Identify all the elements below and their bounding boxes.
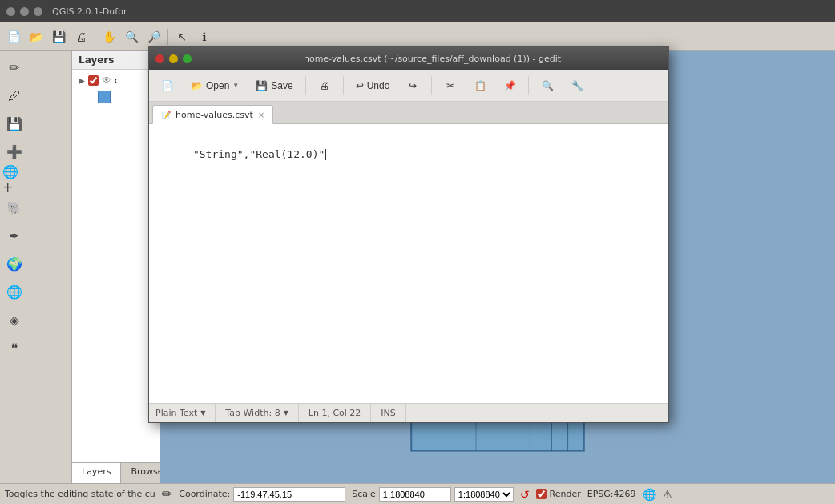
gedit-save-button[interactable]: 💾 Save (248, 73, 300, 99)
layers-content: ▶ 👁 c (72, 70, 160, 462)
open-dropdown-arrow: ▼ (232, 82, 239, 89)
gedit-sep-3 (431, 76, 432, 95)
pan-button[interactable]: ✋ (99, 26, 119, 47)
undo-icon: ↩ (356, 80, 364, 91)
save-project-button[interactable]: 💾 (48, 26, 69, 47)
gedit-paste-button[interactable]: 📌 (496, 73, 523, 99)
render-label: Render (550, 489, 581, 499)
gedit-maximize-button[interactable] (183, 54, 192, 63)
qgis-titlebar: QGIS 2.0.1-Dufor (0, 0, 835, 22)
editor-content: "String","Real(12.0)" (193, 148, 325, 160)
layer-extra-icon: 👁 (102, 75, 111, 86)
coordinate-label: Coordinate: (179, 489, 230, 499)
add-wms-tool[interactable]: 🌐+ (2, 167, 27, 192)
tab-filename: home-values.csvt (175, 110, 253, 120)
gedit-sep-1 (305, 76, 306, 95)
save-label: Save (271, 80, 292, 91)
db-tool[interactable]: 🐘 (2, 195, 27, 220)
gedit-window: home-values.csvt (~/source_files/aff_dow… (148, 46, 669, 423)
layer-arrow-icon: ▶ (79, 76, 85, 85)
open-project-button[interactable]: 📂 (26, 26, 46, 47)
plain-text-section[interactable]: Plain Text ▼ (155, 404, 216, 422)
qgis-close-dot[interactable] (6, 7, 15, 16)
gedit-editor[interactable]: "String","Real(12.0)" (149, 124, 668, 403)
digitize-tool[interactable]: ✏️ (2, 54, 27, 80)
gedit-titlebar: home-values.csvt (~/source_files/aff_dow… (149, 47, 668, 70)
epsg-label: EPSG:4269 (587, 489, 636, 499)
panel-tabs: Layers Browser (72, 462, 160, 483)
globe2-tool[interactable]: 🌐 (2, 279, 27, 304)
layers-header: Layers (72, 51, 160, 70)
field-tool[interactable]: ✒️ (2, 223, 27, 248)
coordinate-input[interactable]: -119.47,45.15 (233, 487, 345, 502)
qgis-maximize-dot[interactable] (34, 7, 42, 16)
plain-text-arrow: ▼ (200, 409, 205, 417)
tab-width-label: Tab Width: 8 (225, 408, 280, 418)
open-label: Open (206, 80, 229, 91)
warning-icon[interactable]: ⚠ (663, 488, 673, 501)
position-label: Ln 1, Col 22 (309, 408, 361, 418)
edit-tool[interactable]: 🖊 (2, 83, 27, 108)
new-file-button[interactable]: 📄 (3, 26, 24, 47)
globe-tool[interactable]: 🌍 (2, 251, 27, 276)
gedit-sep-4 (528, 76, 529, 95)
toggle-edit-icon[interactable]: ✏ (162, 486, 172, 502)
gedit-statusbar: Plain Text ▼ Tab Width: 8 ▼ Ln 1, Col 22… (149, 403, 668, 422)
gedit-cut-button[interactable]: ✂ (437, 73, 464, 99)
print-button[interactable]: 🖨 (71, 26, 91, 47)
save-icon: 💾 (256, 80, 268, 91)
gedit-find-button[interactable]: 🔍 (534, 73, 561, 99)
select-button[interactable]: ↖ (171, 26, 192, 47)
qgis-layers-panel: Layers ▶ 👁 c Layers Browser (72, 51, 160, 483)
gedit-print-button[interactable]: 🖨 (311, 73, 338, 99)
vector-tool[interactable]: ◈ (2, 307, 27, 333)
layers-tab[interactable]: Layers (72, 463, 121, 483)
layer-visibility-checkbox[interactable] (88, 75, 99, 86)
gedit-close-button[interactable] (155, 54, 164, 63)
toolbar-sep-1 (95, 29, 95, 45)
gedit-new-button[interactable]: 📄 (154, 73, 181, 99)
plain-text-label: Plain Text (155, 408, 197, 418)
scale-input[interactable]: 1:1808840 (379, 487, 451, 502)
scale-label: Scale (352, 489, 376, 499)
scale-item: Scale 1:1808840 1:1808840 (352, 487, 514, 502)
gedit-undo-button[interactable]: ↩ Undo (349, 73, 397, 99)
qgis-statusbar: Toggles the editing state of the cu ✏ Co… (0, 483, 835, 504)
rotation-icon[interactable]: ↺ (520, 488, 530, 501)
tab-width-arrow: ▼ (284, 409, 288, 417)
text-cursor (325, 148, 326, 160)
tab-file-icon: 📝 (161, 111, 171, 119)
gedit-open-button[interactable]: 📂 Open ▼ (184, 73, 246, 99)
render-item: Render (536, 489, 581, 499)
editor-line-1: "String","Real(12.0)" (155, 131, 662, 178)
crs-icon[interactable]: 🌐 (643, 488, 656, 501)
position-section: Ln 1, Col 22 (299, 404, 372, 422)
gedit-redo-button[interactable]: ↪ (399, 73, 426, 99)
layer-name: c (115, 75, 119, 86)
add-feature-tool[interactable]: ➕ (2, 139, 27, 164)
layer-item: ▶ 👁 c (75, 73, 157, 87)
qgis-left-sidebar: ✏️ 🖊 💾 ➕ 🌐+ 🐘 ✒️ 🌍 🌐 ◈ ❝ (0, 51, 72, 483)
qgis-minimize-dot[interactable] (20, 7, 29, 16)
scale-dropdown[interactable]: 1:1808840 (454, 487, 514, 502)
gedit-minimize-button[interactable] (169, 54, 178, 63)
gedit-replace-button[interactable]: 🔧 (563, 73, 591, 99)
gedit-tabs: 📝 home-values.csvt × (149, 102, 668, 124)
undo-label: Undo (367, 80, 390, 91)
gedit-toolbar: 📄 📂 Open ▼ 💾 Save 🖨 ↩ Undo ↪ ✂ 📋 📌 🔍 🔧 (149, 70, 668, 102)
gedit-file-tab[interactable]: 📝 home-values.csvt × (152, 105, 273, 124)
tab-width-section[interactable]: Tab Width: 8 ▼ (216, 404, 298, 422)
quote-tool[interactable]: ❝ (2, 335, 27, 361)
tab-close-button[interactable]: × (258, 111, 264, 119)
zoom-out-button[interactable]: 🔎 (143, 26, 164, 47)
render-checkbox[interactable] (536, 489, 547, 499)
identify-button[interactable]: ℹ (194, 26, 215, 47)
gedit-title: home-values.csvt (~/source_files/aff_dow… (203, 54, 662, 64)
save-edit-tool[interactable]: 💾 (2, 111, 27, 136)
layer-color-swatch (98, 91, 111, 103)
gedit-copy-button[interactable]: 📋 (466, 73, 494, 99)
ins-label: INS (381, 408, 395, 418)
gedit-sep-2 (343, 76, 344, 95)
zoom-in-button[interactable]: 🔍 (121, 26, 142, 47)
coordinate-item: Coordinate: -119.47,45.15 (179, 487, 345, 502)
